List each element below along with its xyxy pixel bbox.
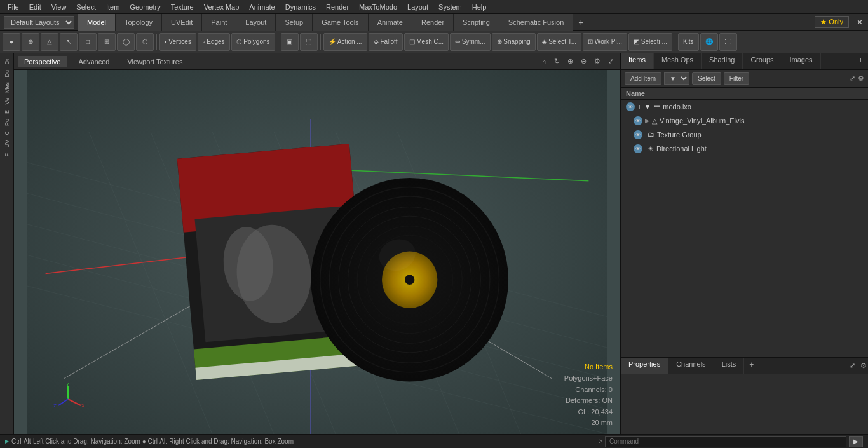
- vp-home[interactable]: ⌂: [539, 56, 549, 67]
- tool-square2[interactable]: ⊞: [98, 33, 116, 51]
- vp-tab-perspective[interactable]: Perspective: [18, 56, 67, 67]
- eye-icon[interactable]: 👁: [626, 102, 635, 111]
- layout-tab-schematic[interactable]: Schematic Fusion: [499, 14, 573, 31]
- items-tab-images[interactable]: Images: [782, 53, 821, 69]
- tool-falloff[interactable]: ⬙ Falloff: [369, 33, 403, 51]
- filter-button[interactable]: Filter: [724, 72, 749, 85]
- tool-kits[interactable]: Kits: [678, 33, 699, 51]
- menu-animate[interactable]: Animate: [244, 2, 280, 12]
- layout-tab-scripting[interactable]: Scripting: [454, 14, 499, 31]
- items-panel-expand[interactable]: ⤢: [850, 74, 855, 83]
- tool-square1[interactable]: □: [79, 33, 97, 51]
- tool-arrow[interactable]: ↖: [60, 33, 78, 51]
- tool-circle[interactable]: ◯: [117, 33, 135, 51]
- tool-mat[interactable]: ▣: [281, 33, 299, 51]
- layout-tab-render[interactable]: Render: [412, 14, 454, 31]
- menu-dynamics[interactable]: Dynamics: [280, 2, 321, 12]
- layout-tab-topology[interactable]: Topology: [116, 14, 162, 31]
- tool-globe[interactable]: 🌐: [700, 33, 718, 51]
- layout-tab-model[interactable]: Model: [78, 14, 116, 31]
- add-item-dropdown[interactable]: ▼: [664, 72, 689, 85]
- tool-vertices[interactable]: ▪ Vertices: [159, 33, 196, 51]
- list-item[interactable]: 👁 🗂 Texture Group: [628, 128, 868, 142]
- sidebar-e[interactable]: E: [4, 107, 10, 116]
- sidebar-dr[interactable]: Dr: [4, 56, 10, 67]
- eye-icon[interactable]: 👁: [634, 116, 642, 125]
- layout-plus-button[interactable]: +: [573, 15, 588, 30]
- menu-maxtomodo[interactable]: MaxToModo: [354, 2, 402, 12]
- menu-edit[interactable]: Edit: [24, 2, 46, 12]
- menu-view[interactable]: View: [46, 2, 72, 12]
- layout-tab-uvedit[interactable]: UVEdit: [162, 14, 202, 31]
- tool-layers[interactable]: ⬚: [300, 33, 318, 51]
- sidebar-ve[interactable]: Ve: [4, 95, 10, 107]
- menu-file[interactable]: File: [3, 2, 24, 12]
- layout-settings-button[interactable]: ✕: [851, 17, 868, 28]
- tool-edges[interactable]: ▫ Edges: [198, 33, 230, 51]
- select-button[interactable]: Select: [692, 72, 721, 85]
- vp-rotate[interactable]: ↻: [552, 56, 562, 67]
- tool-work-pl[interactable]: ⊡ Work Pl...: [583, 33, 627, 51]
- tool-grid[interactable]: ⊕: [22, 33, 39, 51]
- items-tab-plus[interactable]: +: [853, 53, 868, 69]
- sidebar-mes[interactable]: Mes: [4, 79, 10, 95]
- props-tab-lists[interactable]: Lists: [714, 358, 745, 374]
- menu-geometry[interactable]: Geometry: [125, 2, 165, 12]
- props-settings[interactable]: ⚙: [859, 360, 868, 371]
- items-tab-shading[interactable]: Shading: [702, 53, 743, 69]
- sidebar-f[interactable]: F: [4, 151, 10, 160]
- layout-tab-layout[interactable]: Layout: [236, 14, 276, 31]
- props-tab-plus[interactable]: +: [744, 358, 759, 374]
- list-item[interactable]: 👁 ▶ △ Vintage_Vinyl_Album_Elvis: [628, 114, 868, 128]
- menu-render[interactable]: Render: [321, 2, 354, 12]
- vp-tab-advanced[interactable]: Advanced: [72, 56, 116, 67]
- menu-texture[interactable]: Texture: [166, 2, 199, 12]
- tool-symm[interactable]: ⇔ Symm...: [450, 33, 490, 51]
- tool-polygons[interactable]: ⬡ Polygons: [231, 33, 275, 51]
- layout-tab-animate[interactable]: Animate: [369, 14, 412, 31]
- list-item[interactable]: 👁 ☀ Directional Light: [628, 142, 868, 156]
- items-list[interactable]: 👁 + ▼ 🗃 modo.lxo 👁 ▶ △ Vintage_Vinyl_Alb…: [621, 100, 868, 357]
- layout-tab-setup[interactable]: Setup: [276, 14, 313, 31]
- sidebar-du[interactable]: Du: [4, 67, 10, 80]
- tool-mesh[interactable]: ◫ Mesh C...: [404, 33, 449, 51]
- props-tab-properties[interactable]: Properties: [621, 358, 668, 374]
- layout-tab-paint[interactable]: Paint: [202, 14, 236, 31]
- viewport[interactable]: Perspective Advanced Viewport Textures ⌂…: [14, 53, 620, 434]
- menu-help[interactable]: Help: [467, 2, 492, 12]
- tool-action[interactable]: ⚡ Action ...: [323, 33, 367, 51]
- add-item-button[interactable]: Add Item: [625, 72, 661, 85]
- vp-zoom-in[interactable]: ⊕: [565, 56, 576, 67]
- props-expand[interactable]: ⤢: [848, 360, 857, 371]
- menu-item[interactable]: Item: [101, 2, 125, 12]
- tool-selecti[interactable]: ◩ Selecti ...: [628, 33, 672, 51]
- layout-dropdown[interactable]: Default Layouts: [4, 16, 74, 29]
- items-tab-groups[interactable]: Groups: [743, 53, 782, 69]
- viewport-canvas[interactable]: No Items Polygons+Face Channels: 0 Defor…: [14, 70, 620, 434]
- vp-tab-textures[interactable]: Viewport Textures: [121, 56, 189, 67]
- menu-system[interactable]: System: [433, 2, 467, 12]
- layout-tab-gametools[interactable]: Game Tools: [313, 14, 369, 31]
- tool-select-t[interactable]: ◈ Select T...: [537, 33, 582, 51]
- eye-icon[interactable]: 👁: [634, 144, 642, 153]
- tool-fullscreen[interactable]: ⛶: [719, 33, 737, 51]
- eye-icon[interactable]: 👁: [634, 130, 642, 139]
- items-tab-meshops[interactable]: Mesh Ops: [654, 53, 702, 69]
- layout-only-button[interactable]: ★ Only: [815, 16, 849, 28]
- menu-vertexmap[interactable]: Vertex Map: [199, 2, 245, 12]
- command-input[interactable]: [605, 436, 846, 447]
- items-tab-items[interactable]: Items: [621, 53, 654, 69]
- tool-dot[interactable]: ●: [3, 33, 20, 51]
- vp-zoom-out[interactable]: ⊖: [578, 56, 589, 67]
- vp-expand[interactable]: ⤢: [606, 56, 616, 67]
- sidebar-po[interactable]: Po: [4, 116, 10, 128]
- tool-hex[interactable]: ⬡: [136, 33, 154, 51]
- tool-tri[interactable]: △: [41, 33, 58, 51]
- command-exec-button[interactable]: ▶: [849, 436, 863, 447]
- menu-select[interactable]: Select: [71, 2, 101, 12]
- items-panel-settings[interactable]: ⚙: [858, 74, 864, 83]
- expand-icon[interactable]: ▶: [645, 118, 649, 124]
- props-tab-channels[interactable]: Channels: [668, 358, 714, 374]
- sidebar-uv[interactable]: UV: [4, 137, 10, 151]
- list-item[interactable]: 👁 + ▼ 🗃 modo.lxo: [621, 100, 868, 114]
